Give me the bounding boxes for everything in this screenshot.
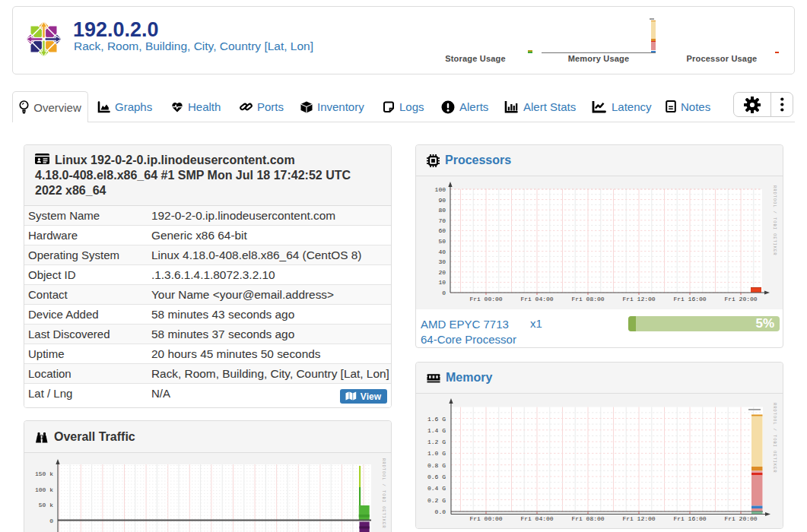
svg-text:Fri 20:00: Fri 20:00 (724, 296, 757, 302)
svg-text:Fri 12:00: Fri 12:00 (622, 296, 655, 302)
svg-text:0.4 G: 0.4 G (427, 485, 446, 492)
svg-text:Fri 16:00: Fri 16:00 (673, 296, 706, 302)
svg-text:RRDTOOL / TOBI OETIKER: RRDTOOL / TOBI OETIKER (381, 458, 386, 528)
svg-text:0.2 G: 0.2 G (427, 497, 446, 504)
svg-text:60: 60 (438, 227, 446, 234)
svg-text:0: 0 (442, 290, 446, 296)
svg-text:Fri 00:00: Fri 00:00 (469, 515, 502, 522)
svg-text:Fri 20:00: Fri 20:00 (724, 515, 757, 522)
svg-text:1.0 G: 1.0 G (427, 450, 446, 457)
svg-text:0.0: 0.0 (435, 508, 446, 515)
svg-text:20: 20 (438, 269, 446, 276)
svg-text:Fri 04:00: Fri 04:00 (520, 515, 553, 522)
svg-text:0.6 G: 0.6 G (427, 473, 446, 480)
svg-text:10: 10 (438, 279, 446, 286)
svg-text:RRDTOOL / TOBI OETIKER: RRDTOOL / TOBI OETIKER (772, 403, 777, 473)
svg-text:Fri 16:00: Fri 16:00 (673, 515, 706, 522)
svg-text:70: 70 (438, 217, 446, 224)
svg-text:100 k: 100 k (35, 486, 53, 493)
svg-text:1.6 G: 1.6 G (427, 416, 446, 423)
svg-text:50: 50 (438, 238, 446, 245)
svg-text:50 k: 50 k (39, 502, 53, 508)
svg-text:100: 100 (435, 186, 446, 193)
svg-text:Fri 00:00: Fri 00:00 (469, 296, 502, 302)
svg-text:80: 80 (438, 207, 446, 214)
svg-text:40: 40 (438, 249, 446, 255)
svg-text:150 k: 150 k (35, 470, 53, 477)
svg-text:0.8 G: 0.8 G (427, 462, 446, 469)
svg-text:90: 90 (438, 197, 446, 204)
svg-text:30: 30 (438, 258, 446, 265)
svg-text:1.4 G: 1.4 G (427, 427, 446, 434)
svg-text:RRDTOOL / TOBI OETIKER: RRDTOOL / TOBI OETIKER (772, 185, 777, 255)
svg-text:Fri 08:00: Fri 08:00 (571, 296, 604, 302)
svg-text:0: 0 (49, 518, 53, 524)
svg-text:Fri 04:00: Fri 04:00 (520, 296, 553, 302)
svg-text:1.2 G: 1.2 G (427, 439, 446, 445)
svg-text:Fri 08:00: Fri 08:00 (571, 515, 604, 522)
svg-text:Fri 12:00: Fri 12:00 (622, 515, 655, 522)
